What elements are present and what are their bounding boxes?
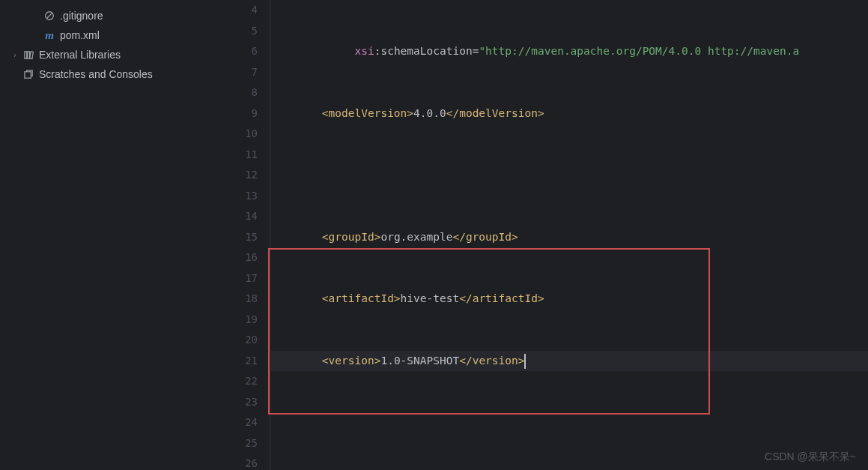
- line-number: 24: [225, 412, 258, 433]
- library-icon: [21, 49, 36, 61]
- line-number: 12: [225, 165, 258, 186]
- code-editor[interactable]: 4 5 6 7 8 9 10 11 12 13 14 15 16 17 18 1…: [225, 0, 868, 470]
- project-sidebar: .gitignore m pom.xml › External Librarie…: [0, 0, 225, 470]
- line-number: 4: [225, 0, 258, 21]
- code-line-5: <modelVersion>4.0.0</modelVersion>: [270, 103, 868, 124]
- line-number: 15: [225, 227, 258, 248]
- annotation-box: [268, 248, 710, 415]
- gitignore-icon: [42, 10, 57, 21]
- line-number: 25: [225, 433, 258, 454]
- code-line-8: <artifactId>hive-test</artifactId>: [270, 289, 868, 310]
- line-number: 9: [225, 103, 258, 124]
- tree-label: Scratches and Consoles: [39, 68, 153, 80]
- svg-line-1: [47, 13, 52, 19]
- tree-label: External Libraries: [39, 49, 121, 61]
- code-line-10: [270, 412, 868, 433]
- line-number: 26: [225, 454, 258, 470]
- watermark: CSDN @呆呆不呆~: [765, 451, 856, 464]
- maven-icon: m: [42, 29, 57, 42]
- line-number: 5: [225, 21, 258, 42]
- line-number: 14: [225, 206, 258, 227]
- code-line-9: <version>1.0-SNAPSHOT</version>: [270, 351, 868, 372]
- line-number: 23: [225, 392, 258, 413]
- code-line-7: <groupId>org.example</groupId>: [270, 227, 868, 248]
- svg-rect-2: [24, 51, 26, 58]
- line-number: 11: [225, 145, 258, 166]
- line-number: 17: [225, 268, 258, 289]
- scratches-icon: [21, 69, 36, 80]
- svg-rect-4: [29, 51, 33, 58]
- line-number: 13: [225, 186, 258, 207]
- chevron-right-icon: ›: [9, 51, 21, 59]
- code-line-4: xsi:schemaLocation="http://maven.apache.…: [270, 41, 868, 62]
- tree-item-pom[interactable]: m pom.xml: [0, 25, 225, 45]
- tree-item-gitignore[interactable]: .gitignore: [0, 6, 225, 25]
- line-number: 10: [225, 124, 258, 145]
- line-number: 6: [225, 41, 258, 62]
- svg-rect-5: [24, 71, 30, 77]
- tree-label: .gitignore: [60, 10, 103, 22]
- line-number: 20: [225, 330, 258, 351]
- gutter: 4 5 6 7 8 9 10 11 12 13 14 15 16 17 18 1…: [225, 0, 270, 470]
- code-area[interactable]: xsi:schemaLocation="http://maven.apache.…: [270, 0, 868, 470]
- line-number: 8: [225, 82, 258, 103]
- svg-rect-3: [27, 51, 29, 58]
- line-number: 7: [225, 62, 258, 83]
- line-number: 21: [225, 351, 258, 372]
- line-number: 19: [225, 310, 258, 331]
- tree-label: pom.xml: [60, 29, 100, 41]
- code-line-6: [270, 165, 868, 186]
- line-number: 16: [225, 247, 258, 268]
- tree-item-scratches[interactable]: Scratches and Consoles: [0, 64, 225, 84]
- text-caret: [524, 354, 526, 369]
- tree-item-external-libraries[interactable]: › External Libraries: [0, 45, 225, 64]
- line-number: 22: [225, 371, 258, 392]
- line-number: 18: [225, 289, 258, 310]
